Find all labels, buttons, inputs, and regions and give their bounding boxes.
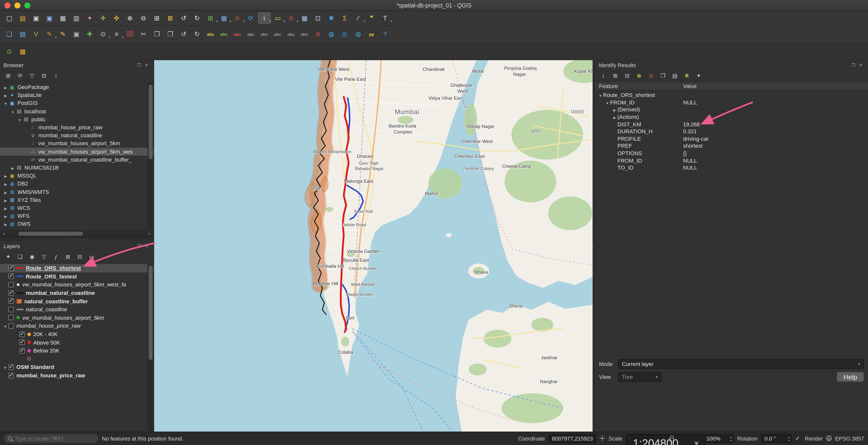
layer-visibility-checkbox[interactable]	[8, 282, 14, 287]
mode-select[interactable]: Current layer	[618, 359, 864, 369]
layer-item[interactable]: 20K - 40K	[0, 330, 154, 338]
browser-panel-header[interactable]: Browser	[0, 60, 154, 70]
help-button[interactable]: Help	[836, 372, 864, 382]
add-group-icon[interactable]: ❏	[15, 252, 25, 262]
locator-search[interactable]	[4, 434, 98, 443]
scroll-right-icon[interactable]	[147, 232, 152, 236]
panel-splitter[interactable]	[0, 237, 154, 241]
crs-globe-icon[interactable]	[826, 436, 832, 441]
layer-item[interactable]: Below 20K	[0, 347, 154, 355]
show-layout-manager-icon[interactable]: ▥	[70, 12, 83, 24]
minimize-window-icon[interactable]	[14, 2, 20, 8]
expand-all-layers-icon[interactable]: ⊞	[63, 252, 73, 262]
locate-input[interactable]	[15, 435, 94, 441]
browser-item[interactable]: ▦ XYZ Tiles	[0, 196, 154, 204]
identify-row[interactable]: (Actions)	[595, 113, 868, 121]
new-map-view-icon[interactable]: ⊞	[204, 12, 217, 24]
layer-item[interactable]: mumbai_house_price_raw	[0, 371, 154, 379]
browser-horizontal-scrollbar[interactable]	[0, 230, 154, 237]
project-new-icon[interactable]: ▢	[3, 12, 16, 24]
feature-column-header[interactable]: Feature	[595, 82, 680, 90]
view-select[interactable]: Tree	[618, 372, 662, 382]
expander-icon[interactable]	[2, 323, 8, 329]
paste-features-icon[interactable]: ❒	[164, 28, 177, 40]
layers-vertical-scrollbar[interactable]	[148, 264, 153, 431]
copy-features-icon[interactable]: ❐	[151, 28, 163, 40]
layer-visibility-checkbox[interactable]	[20, 331, 25, 337]
layer-name[interactable]: vw_mumbai_houses_airport_5km	[22, 315, 104, 321]
close-panel-icon[interactable]	[857, 62, 865, 69]
layer-name[interactable]: Route_ORS_shortest	[26, 265, 81, 271]
identify-row[interactable]: PROFILE driving-car	[595, 135, 868, 142]
layer-visibility-checkbox[interactable]	[8, 290, 14, 296]
layer-item[interactable]: mumbai_house_price_raw	[0, 322, 154, 330]
add-vector-layer-icon[interactable]: V	[30, 28, 42, 40]
lock-scale-icon[interactable]	[669, 438, 673, 441]
extents-toggle-icon[interactable]	[599, 436, 605, 441]
layer-name[interactable]: mumbai_house_price_raw	[17, 373, 85, 378]
zoom-out-icon[interactable]: ⊖	[137, 12, 150, 24]
layer-visibility-checkbox[interactable]	[20, 348, 25, 353]
scrollbar-thumb[interactable]	[149, 266, 153, 360]
zoom-last-icon[interactable]: ↺	[178, 12, 190, 24]
close-panel-icon[interactable]	[143, 243, 150, 249]
crs-status[interactable]: EPSG:3857	[835, 435, 864, 441]
field-calculator-icon[interactable]: ⊡	[312, 12, 324, 24]
enable-properties-widget-icon[interactable]: i	[51, 71, 61, 81]
copy-feature-icon[interactable]: ❐	[658, 71, 668, 81]
pin-labels-icon[interactable]: abc	[245, 28, 257, 40]
browser-item[interactable]: ▱ vw_mumbai_natural_coastline_buffer_	[0, 155, 154, 163]
vertex-tool-icon[interactable]: ⊙	[97, 28, 110, 40]
clear-results-icon[interactable]: ⊘	[646, 71, 656, 81]
layer-item[interactable]: OSM Standard	[0, 363, 154, 371]
identify-row[interactable]: (Derived)	[595, 106, 868, 113]
move-label-icon[interactable]: abc	[272, 28, 284, 40]
collapse-tree-icon[interactable]: ⊟	[622, 71, 632, 81]
help-contents-icon[interactable]: ?	[379, 28, 391, 40]
layer-visibility-checkbox[interactable]	[8, 266, 14, 271]
coordinate-box[interactable]	[548, 434, 596, 443]
scrollbar-thumb[interactable]	[19, 232, 83, 236]
expander-icon[interactable]	[3, 189, 8, 195]
layer-item[interactable]	[0, 355, 154, 363]
float-panel-icon[interactable]	[135, 62, 143, 69]
expander-icon[interactable]	[10, 165, 16, 171]
browser-item[interactable]: ▣ MSSQL	[0, 172, 154, 179]
expander-icon[interactable]	[3, 181, 8, 187]
refresh-map-icon[interactable]: ⟳	[245, 12, 257, 24]
change-label-icon[interactable]: abc	[298, 28, 311, 40]
python-console-icon[interactable]: py	[365, 28, 378, 40]
layer-item[interactable]: Route_ORS_shortest	[0, 264, 154, 272]
magnifier-spinbox[interactable]	[703, 434, 734, 443]
browser-item[interactable]: ◍ WMS/WMTS	[0, 188, 154, 196]
browser-item[interactable]: ◍ WFS	[0, 212, 154, 220]
layer-visibility-checkbox[interactable]	[8, 307, 14, 312]
identify-row[interactable]: DURATION_H 0.321	[595, 128, 868, 135]
current-edits-icon[interactable]: ✎	[43, 28, 56, 40]
browser-item[interactable]: ▤ localhost	[0, 107, 154, 115]
layer-visibility-checkbox[interactable]	[8, 315, 14, 321]
expander-icon[interactable]	[3, 221, 8, 227]
expander-icon[interactable]	[3, 197, 8, 203]
bookmarks-icon[interactable]: ☆	[231, 12, 244, 24]
expander-icon[interactable]	[597, 92, 603, 98]
scroll-left-icon[interactable]	[1, 232, 6, 236]
layers-panel-header[interactable]: Layers	[0, 241, 154, 251]
layer-name[interactable]: mumbai_house_price_raw	[17, 323, 81, 329]
expander-icon[interactable]	[3, 205, 8, 211]
project-open-icon[interactable]: ▤	[17, 12, 29, 24]
expander-icon[interactable]	[3, 100, 8, 106]
browser-item[interactable]: ▤ public	[0, 115, 154, 123]
zoom-window-icon[interactable]	[24, 2, 30, 8]
layer-item[interactable]: natural_coastline	[0, 305, 154, 314]
scrollbar-thumb[interactable]	[149, 85, 153, 159]
redo-icon[interactable]: ↻	[191, 28, 203, 40]
cut-features-icon[interactable]: ✂	[137, 28, 150, 40]
zoom-full-extent-icon[interactable]: ⊞	[151, 12, 163, 24]
layer-name[interactable]: 20K - 40K	[33, 331, 58, 337]
add-feature-icon[interactable]: ✚	[84, 28, 96, 40]
web-globe-icon[interactable]: ◍	[339, 28, 351, 40]
project-save-icon[interactable]: ▣	[30, 12, 42, 24]
float-panel-icon[interactable]	[135, 243, 143, 249]
browser-item[interactable]: ∴ vw_mumbai_houses_airport_5km_wes	[0, 147, 154, 155]
